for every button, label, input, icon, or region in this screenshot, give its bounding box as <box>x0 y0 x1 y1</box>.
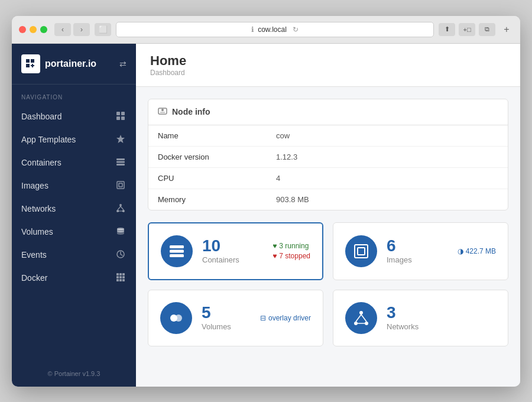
stat-card-images[interactable]: 6 Images ◑ 422.7 MB <box>333 222 508 280</box>
sidebar-label-networks: Networks <box>21 204 109 213</box>
back-button[interactable]: ‹ <box>54 23 71 36</box>
svg-rect-36 <box>170 254 184 257</box>
svg-rect-24 <box>122 273 125 275</box>
node-info-title: Node info <box>172 107 210 116</box>
maximize-button[interactable] <box>40 26 47 33</box>
traffic-lights <box>19 26 47 33</box>
containers-stat-info: 10 Containers <box>202 238 263 264</box>
sidebar-item-docker[interactable]: Docker <box>12 267 136 290</box>
svg-rect-9 <box>116 158 125 160</box>
svg-rect-10 <box>116 161 125 163</box>
stat-card-containers[interactable]: 10 Containers ♥ 3 running ♥ 7 stopped <box>148 222 323 280</box>
sidebar-label-docker: Docker <box>21 273 109 283</box>
svg-rect-30 <box>122 279 125 281</box>
switch-endpoint-icon[interactable]: ⇄ <box>119 59 126 69</box>
node-info-icon <box>158 106 167 118</box>
svg-rect-2 <box>26 64 30 67</box>
row-label-name: Name <box>148 125 267 147</box>
networks-stat-info: 3 Networks <box>387 304 496 331</box>
svg-rect-23 <box>119 273 122 275</box>
svg-point-41 <box>359 311 363 315</box>
containers-count: 10 <box>202 238 263 254</box>
svg-point-14 <box>119 204 122 206</box>
pie-chart-icon: ◑ <box>458 247 463 255</box>
svg-rect-25 <box>116 276 119 278</box>
sidebar-item-images[interactable]: Images <box>12 174 136 197</box>
share-button[interactable]: ⬆ <box>439 23 455 36</box>
stat-card-volumes[interactable]: 5 Volumes ⊟ overlay driver <box>148 290 323 346</box>
images-stat-icon <box>345 235 377 267</box>
breadcrumb: Dashboard <box>150 69 506 77</box>
svg-rect-8 <box>121 116 125 120</box>
row-value-docker-version: 1.12.3 <box>267 146 508 167</box>
volumes-label: Volumes <box>202 322 251 331</box>
show-tabs-button[interactable]: ⧉ <box>479 23 495 36</box>
images-label: Images <box>387 255 448 264</box>
svg-rect-11 <box>116 164 125 166</box>
reload-icon[interactable]: ↻ <box>293 25 299 34</box>
svg-line-18 <box>121 206 124 210</box>
minimize-button[interactable] <box>30 26 37 33</box>
app-container: portainer.io ⇄ NAVIGATION Dashboard App … <box>12 44 520 387</box>
containers-icon <box>115 157 126 168</box>
svg-rect-29 <box>119 279 122 281</box>
browser-nav-buttons: ‹ › <box>54 23 90 36</box>
forward-button[interactable]: › <box>73 23 90 36</box>
page-title: Home <box>150 53 506 69</box>
stat-card-networks[interactable]: 3 Networks <box>333 290 508 346</box>
svg-rect-35 <box>170 249 184 252</box>
close-button[interactable] <box>19 26 26 33</box>
containers-label: Containers <box>202 255 263 264</box>
containers-stat-icon <box>161 235 193 267</box>
svg-rect-1 <box>31 59 34 63</box>
svg-rect-27 <box>122 276 125 278</box>
volumes-meta: ⊟ overlay driver <box>260 314 311 322</box>
sidebar-item-networks[interactable]: Networks <box>12 197 136 221</box>
volumes-stat-info: 5 Volumes <box>202 304 251 331</box>
sidebar-item-volumes[interactable]: Volumes <box>12 221 136 244</box>
table-row: CPU 4 <box>148 167 508 189</box>
table-row: Docker version 1.12.3 <box>148 146 508 167</box>
node-info-card: Node info Name cow Docker version 1.12.3… <box>148 99 508 210</box>
page-header: Home Dashboard <box>136 44 520 87</box>
dashboard-icon <box>115 111 126 122</box>
address-bar[interactable]: ℹ cow.local ↻ <box>116 22 434 37</box>
volumes-driver: ⊟ overlay driver <box>260 314 311 322</box>
containers-stopped: ♥ 7 stopped <box>273 252 310 260</box>
lock-icon: ℹ <box>251 25 254 34</box>
sidebar-label-app-templates: App Templates <box>21 135 109 144</box>
events-icon <box>115 249 126 261</box>
main-body: Node info Name cow Docker version 1.12.3… <box>136 87 520 358</box>
row-label-memory: Memory <box>148 189 267 210</box>
sidebar-footer: © Portainer v1.9.3 <box>12 361 136 387</box>
svg-rect-0 <box>26 59 30 63</box>
portainer-version: © Portainer v1.9.3 <box>48 370 100 377</box>
browser-window: ‹ › ⬜ ℹ cow.local ↻ ⬆ +□ ⧉ + <box>12 16 520 387</box>
node-info-header: Node info <box>148 99 508 125</box>
stats-grid: 10 Containers ♥ 3 running ♥ 7 stopped <box>148 222 508 346</box>
sidebar-item-containers[interactable]: Containers <box>12 151 136 174</box>
sidebar-item-events[interactable]: Events <box>12 244 136 267</box>
new-tab-button[interactable]: + <box>500 23 513 36</box>
toolbar-actions: ⬆ +□ ⧉ <box>439 23 495 36</box>
svg-line-44 <box>356 315 361 322</box>
sidebar: portainer.io ⇄ NAVIGATION Dashboard App … <box>12 44 136 387</box>
sidebar-label-dashboard: Dashboard <box>21 112 109 121</box>
sidebar-item-app-templates[interactable]: App Templates <box>12 128 136 151</box>
svg-rect-34 <box>170 245 184 248</box>
node-info-table: Name cow Docker version 1.12.3 CPU 4 M <box>148 125 508 210</box>
reader-mode-button[interactable]: ⬜ <box>95 23 111 36</box>
add-bookmark-button[interactable]: +□ <box>459 23 475 36</box>
row-label-docker-version: Docker version <box>148 146 267 167</box>
svg-rect-38 <box>358 248 365 255</box>
browser-toolbar: ‹ › ⬜ ℹ cow.local ↻ ⬆ +□ ⧉ + <box>12 16 520 44</box>
url-text: cow.local <box>258 25 287 34</box>
row-value-memory: 903.8 MB <box>267 189 508 210</box>
main-content: Home Dashboard Node info <box>136 44 520 387</box>
sidebar-label-containers: Containers <box>21 158 109 167</box>
images-meta: ◑ 422.7 MB <box>458 247 496 255</box>
row-label-cpu: CPU <box>148 167 267 189</box>
heart-red-icon: ♥ <box>273 252 277 260</box>
heart-green-icon: ♥ <box>273 242 277 250</box>
sidebar-item-dashboard[interactable]: Dashboard <box>12 105 136 128</box>
